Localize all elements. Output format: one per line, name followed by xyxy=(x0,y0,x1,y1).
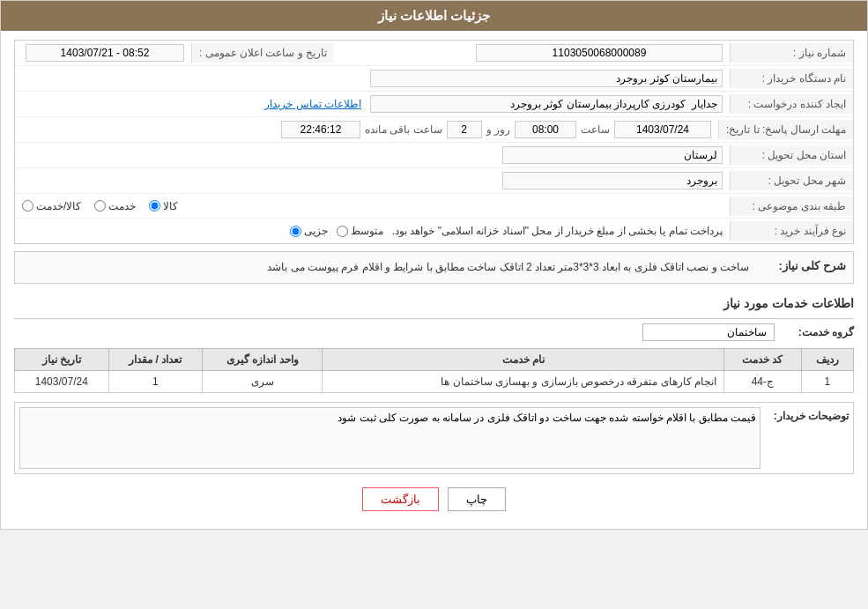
request-creator-value: اطلاعات تماس خریدار xyxy=(15,92,730,116)
table-row: 1 ج-44 انجام کارهای متفرقه درخصوص بازساز… xyxy=(15,371,854,393)
back-button[interactable]: بازگشت xyxy=(362,487,439,511)
announcement-value xyxy=(15,41,191,65)
table-body: 1 ج-44 انجام کارهای متفرقه درخصوص بازساز… xyxy=(15,371,854,393)
category-kala-radio[interactable] xyxy=(149,200,160,212)
purchase-motavaset[interactable]: متوسط xyxy=(337,225,383,237)
category-kala-khadamat-label: کالا/خدمت xyxy=(36,200,81,212)
delivery-city-input[interactable] xyxy=(502,172,723,189)
purchase-jozvi-radio[interactable] xyxy=(290,226,301,237)
services-section: اطلاعات خدمات مورد نیاز گروه خدمت: ساختم… xyxy=(14,291,854,474)
delivery-province-label: استان محل تحویل : xyxy=(730,145,853,165)
delivery-province-input[interactable] xyxy=(502,146,723,164)
days-input[interactable] xyxy=(447,121,482,138)
delivery-city-row: شهر محل تحویل : xyxy=(15,168,853,194)
request-creator-row: ایجاد کننده درخواست : اطلاعات تماس خریدا… xyxy=(15,92,853,117)
table-header-row: ردیف کد خدمت نام خدمت واحد اندازه گیری ت… xyxy=(15,349,854,371)
category-khadamat-label: خدمت xyxy=(108,200,136,212)
main-content: شماره نیاز : تاریخ و ساعت اعلان عمومی : … xyxy=(1,31,867,529)
category-kala-khadamat-radio[interactable] xyxy=(22,200,33,212)
deadline-label: مهلت ارسال پاسخ: تا تاریخ: xyxy=(718,120,853,139)
service-group-label: گروه خدمت: xyxy=(783,326,854,338)
need-number-label: شماره نیاز : xyxy=(730,43,853,63)
deadline-value: ساعت روز و ساعت باقی مانده xyxy=(15,117,718,142)
buyer-org-row: نام دستگاه خریدار : xyxy=(15,66,853,92)
col-unit: واحد اندازه گیری xyxy=(203,349,323,371)
category-row: طبقه بندی موضوعی : کالا/خدمت خدمت کالا xyxy=(15,194,853,219)
buyer-notes-label: توضیحات خریدار: xyxy=(769,407,849,422)
category-khadamat[interactable]: خدمت xyxy=(94,200,136,212)
category-label: طبقه بندی موضوعی : xyxy=(730,197,853,216)
category-kala[interactable]: کالا xyxy=(149,200,178,212)
purchase-motavaset-radio[interactable] xyxy=(337,226,348,237)
request-creator-label: ایجاد کننده درخواست : xyxy=(730,94,853,114)
category-radio-group: کالا/خدمت خدمت کالا xyxy=(22,200,723,212)
cell-code: ج-44 xyxy=(724,371,802,393)
contact-info-link[interactable]: اطلاعات تماس خریدار xyxy=(264,98,361,110)
need-number-input[interactable] xyxy=(476,44,723,62)
buyer-org-label: نام دستگاه خریدار : xyxy=(730,69,853,88)
remaining-input[interactable] xyxy=(281,121,360,138)
table-head: ردیف کد خدمت نام خدمت واحد اندازه گیری ت… xyxy=(15,349,854,371)
delivery-province-row: استان محل تحویل : xyxy=(15,143,853,168)
announcement-input[interactable] xyxy=(26,44,184,62)
purchase-note: پرداخت تمام یا بخشی از مبلغ خریدار از مح… xyxy=(392,225,723,237)
cell-row: 1 xyxy=(801,371,853,393)
deadline-date-input[interactable] xyxy=(614,121,711,138)
category-khadamat-radio[interactable] xyxy=(94,200,106,212)
request-creator-input[interactable] xyxy=(370,95,723,113)
time-label: ساعت xyxy=(581,123,610,136)
delivery-province-value xyxy=(15,143,730,167)
category-value: کالا/خدمت خدمت کالا xyxy=(15,197,730,216)
buyer-org-value xyxy=(15,66,730,91)
purchase-type-value: پرداخت تمام یا بخشی از مبلغ خریدار از مح… xyxy=(15,221,730,241)
service-group-value: ساختمان xyxy=(642,323,775,341)
cell-unit: سری xyxy=(203,371,323,393)
col-row: ردیف xyxy=(801,349,853,371)
delivery-city-value xyxy=(15,168,730,193)
need-number-value xyxy=(334,41,730,65)
category-kala-khadamat[interactable]: کالا/خدمت xyxy=(22,200,81,212)
services-title: اطلاعات خدمات مورد نیاز xyxy=(14,291,854,314)
print-button[interactable]: چاپ xyxy=(448,487,506,511)
col-date: تاریخ نیاز xyxy=(15,349,109,371)
col-name: نام خدمت xyxy=(323,349,724,371)
cell-name: انجام کارهای متفرقه درخصوص بازسازی و بهس… xyxy=(323,371,724,393)
buyer-org-input[interactable] xyxy=(370,70,723,87)
purchase-motavaset-label: متوسط xyxy=(351,225,383,237)
deadline-time-input[interactable] xyxy=(515,121,576,138)
cell-quantity: 1 xyxy=(108,371,202,393)
services-table: ردیف کد خدمت نام خدمت واحد اندازه گیری ت… xyxy=(14,348,854,393)
cell-date: 1403/07/24 xyxy=(15,371,109,393)
page-header: جزئیات اطلاعات نیاز xyxy=(1,1,867,31)
info-section: شماره نیاز : تاریخ و ساعت اعلان عمومی : … xyxy=(14,40,854,244)
buyer-notes-section: توضیحات خریدار: قیمت مطابق با اقلام خواس… xyxy=(14,402,854,474)
remaining-label: ساعت باقی مانده xyxy=(365,123,442,136)
description-section: شرح کلی نیاز: ساخت و نصب اتاقک فلزی به ا… xyxy=(14,251,854,284)
divider xyxy=(14,318,854,319)
purchase-type-row: نوع فرآیند خرید : پرداخت تمام یا بخشی از… xyxy=(15,219,853,243)
announcement-label: تاریخ و ساعت اعلان عمومی : xyxy=(191,43,334,63)
col-quantity: تعداد / مقدار xyxy=(108,349,202,371)
description-label: شرح کلی نیاز: xyxy=(758,259,846,272)
page-title: جزئیات اطلاعات نیاز xyxy=(378,8,490,23)
delivery-city-label: شهر محل تحویل : xyxy=(730,171,853,190)
button-row: چاپ بازگشت xyxy=(14,474,854,520)
purchase-type-label: نوع فرآیند خرید : xyxy=(730,221,853,241)
description-text: ساخت و نصب اتاقک فلزی به ابعاد 3*3*3متر … xyxy=(267,259,749,276)
days-label: روز و xyxy=(486,123,510,136)
purchase-jozvi-label: جزیی xyxy=(304,225,328,237)
page-wrapper: جزئیات اطلاعات نیاز شماره نیاز : تاریخ و… xyxy=(0,0,868,530)
service-group-row: گروه خدمت: ساختمان xyxy=(14,323,854,341)
buyer-notes-textarea[interactable]: قیمت مطابق با اقلام خواسته شده جهت ساخت … xyxy=(19,407,760,469)
category-kala-label: کالا xyxy=(163,200,178,212)
purchase-jozvi[interactable]: جزیی xyxy=(290,225,328,237)
deadline-row: مهلت ارسال پاسخ: تا تاریخ: ساعت روز و سا… xyxy=(15,117,853,143)
purchase-type-group: پرداخت تمام یا بخشی از مبلغ خریدار از مح… xyxy=(22,225,723,237)
need-number-row: شماره نیاز : تاریخ و ساعت اعلان عمومی : xyxy=(15,41,853,66)
col-code: کد خدمت xyxy=(724,349,802,371)
